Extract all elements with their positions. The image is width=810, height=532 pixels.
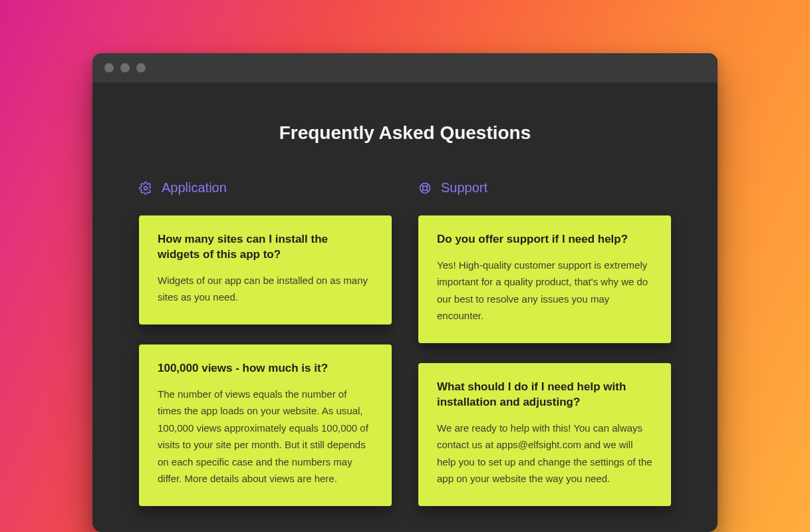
- faq-card[interactable]: How many sites can I install the widgets…: [139, 215, 392, 325]
- faq-column-application: Application How many sites can I install…: [139, 180, 392, 526]
- faq-columns: Application How many sites can I install…: [139, 180, 671, 526]
- svg-point-0: [144, 186, 148, 190]
- faq-answer: Widgets of our app can be installed on a…: [158, 272, 373, 306]
- page-background: Frequently Asked Questions Application: [0, 0, 810, 532]
- faq-answer: Yes! High-quality customer support is ex…: [437, 257, 652, 325]
- content-area: Frequently Asked Questions Application: [92, 82, 718, 532]
- window-close-dot[interactable]: [104, 63, 114, 72]
- faq-question: Do you offer support if I need help?: [437, 232, 652, 247]
- faq-card[interactable]: What should I do if I need help with ins…: [418, 363, 671, 506]
- page-title: Frequently Asked Questions: [139, 122, 671, 144]
- window-zoom-dot[interactable]: [136, 63, 146, 72]
- svg-line-4: [426, 190, 428, 192]
- svg-line-6: [422, 190, 424, 192]
- faq-answer: The number of views equals the number of…: [158, 386, 373, 487]
- faq-column-support: Support Do you offer support if I need h…: [418, 180, 671, 526]
- window-minimize-dot[interactable]: [120, 63, 130, 72]
- titlebar: [92, 53, 718, 82]
- category-header-support: Support: [418, 180, 671, 196]
- faq-card[interactable]: Do you offer support if I need help? Yes…: [418, 215, 671, 343]
- category-title-application: Application: [162, 180, 227, 196]
- faq-question: 100,000 views - how much is it?: [158, 361, 373, 376]
- faq-card[interactable]: 100,000 views - how much is it? The numb…: [139, 344, 392, 506]
- category-header-application: Application: [139, 180, 392, 196]
- category-title-support: Support: [441, 180, 487, 196]
- gear-icon: [139, 182, 152, 195]
- svg-line-5: [426, 184, 428, 186]
- app-window: Frequently Asked Questions Application: [92, 53, 718, 532]
- lifebuoy-icon: [418, 182, 432, 195]
- faq-question: How many sites can I install the widgets…: [158, 232, 373, 263]
- faq-answer: We are ready to help with this! You can …: [437, 420, 652, 487]
- svg-line-3: [422, 184, 424, 186]
- faq-question: What should I do if I need help with ins…: [437, 380, 652, 410]
